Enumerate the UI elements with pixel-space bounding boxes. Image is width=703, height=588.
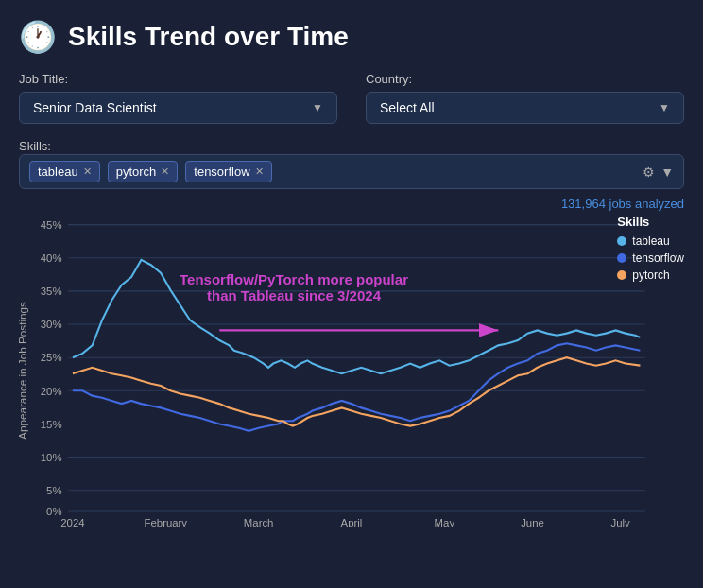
page-title: Skills Trend over Time — [68, 22, 349, 52]
svg-text:15%: 15% — [41, 419, 62, 430]
country-dropdown[interactable]: Select All ▼ — [366, 92, 684, 124]
svg-text:July: July — [611, 517, 630, 527]
svg-text:40%: 40% — [41, 252, 62, 264]
svg-text:February: February — [145, 517, 188, 527]
skill-tag-pytorch[interactable]: pytorch ✕ — [108, 161, 179, 182]
chevron-down-icon: ▼ — [660, 164, 674, 180]
tableau-color-dot — [617, 236, 626, 246]
job-title-dropdown[interactable]: Senior Data Scientist ▼ — [19, 92, 337, 124]
country-filter: Country: Select All ▼ — [366, 72, 684, 124]
tensorflow-color-dot — [617, 253, 626, 263]
skill-tag-tensorflow[interactable]: tensorflow ✕ — [185, 161, 271, 182]
chart-container: Skills tableau tensorflow pytorch .grid-… — [19, 215, 684, 527]
skill-tag-tableau[interactable]: tableau ✕ — [29, 161, 100, 182]
svg-text:35%: 35% — [41, 285, 62, 297]
svg-text:10%: 10% — [41, 452, 62, 463]
svg-text:30%: 30% — [41, 319, 62, 330]
remove-pytorch-button[interactable]: ✕ — [161, 165, 169, 178]
svg-text:Appearance in Job Postings: Appearance in Job Postings — [19, 302, 28, 440]
legend-label-pytorch: pytorch — [632, 268, 669, 282]
skills-settings-button[interactable]: ⚙ ▼ — [643, 164, 674, 180]
svg-text:45%: 45% — [41, 219, 62, 231]
filters-row: Job Title: Senior Data Scientist ▼ Count… — [19, 72, 684, 124]
remove-tableau-button[interactable]: ✕ — [83, 165, 92, 178]
jobs-analyzed-label: 131,964 jobs analyzed — [19, 197, 684, 211]
legend-title: Skills — [617, 215, 684, 229]
skills-section: Skills: tableau ✕ pytorch ✕ tensorflow ✕… — [19, 137, 684, 189]
chevron-down-icon: ▼ — [312, 101, 323, 114]
job-title-label: Job Title: — [19, 72, 337, 86]
pytorch-color-dot — [617, 270, 626, 280]
clock-icon: 🕐 — [19, 19, 57, 55]
svg-text:20%: 20% — [41, 385, 62, 396]
svg-text:25%: 25% — [41, 352, 62, 363]
legend-label-tensorflow: tensorflow — [632, 251, 684, 265]
legend-item-tableau: tableau — [617, 234, 684, 248]
chart-legend: Skills tableau tensorflow pytorch — [617, 215, 684, 285]
country-value: Select All — [380, 100, 435, 115]
remove-tensorflow-button[interactable]: ✕ — [255, 165, 264, 178]
svg-text:5%: 5% — [46, 485, 61, 496]
chevron-down-icon: ▼ — [659, 101, 670, 114]
svg-text:0%: 0% — [46, 506, 61, 517]
svg-text:June: June — [521, 517, 544, 527]
chart-area: 131,964 jobs analyzed Skills tableau ten… — [19, 197, 684, 527]
gear-icon: ⚙ — [643, 164, 655, 180]
skills-input[interactable]: tableau ✕ pytorch ✕ tensorflow ✕ ⚙ ▼ — [19, 154, 684, 189]
legend-item-tensorflow: tensorflow — [617, 251, 684, 265]
svg-text:April: April — [341, 517, 363, 527]
country-label: Country: — [366, 72, 684, 86]
page-header: 🕐 Skills Trend over Time — [19, 19, 684, 55]
legend-label-tableau: tableau — [632, 234, 669, 248]
svg-text:2024: 2024 — [60, 517, 85, 527]
legend-item-pytorch: pytorch — [617, 268, 684, 282]
svg-text:May: May — [435, 517, 455, 527]
job-title-filter: Job Title: Senior Data Scientist ▼ — [19, 72, 337, 124]
svg-text:March: March — [244, 517, 274, 527]
line-chart: .grid-line { stroke: #2a3a5a; stroke-wid… — [19, 215, 684, 527]
skills-label: Skills: — [19, 139, 51, 153]
job-title-value: Senior Data Scientist — [33, 100, 157, 115]
